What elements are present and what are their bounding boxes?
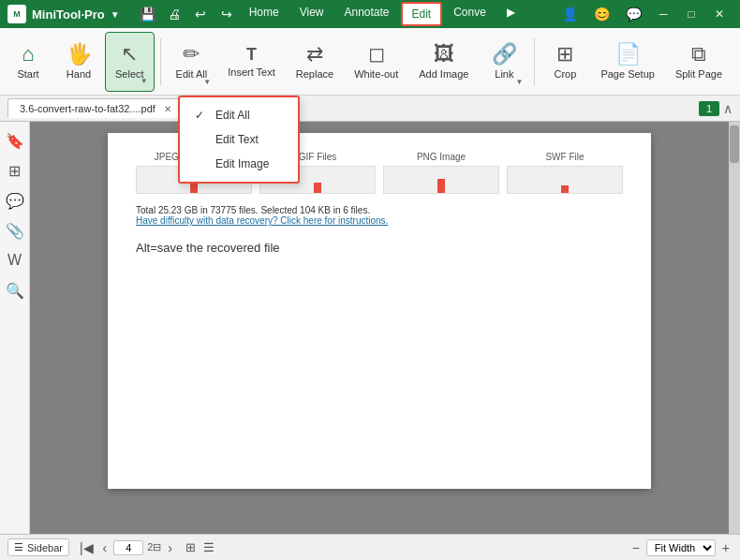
- app-name: MiniTool·Pro: [32, 7, 105, 22]
- select-dropdown-arrow: ▼: [141, 77, 148, 85]
- crop-btn[interactable]: ⊞ Crop: [540, 32, 589, 92]
- menu-annotate[interactable]: Annotate: [334, 2, 398, 26]
- sidebar-toggle-icon: ☰: [14, 541, 23, 553]
- white-out-icon: ◻: [368, 44, 385, 65]
- start-btn[interactable]: ⌂ Start: [4, 32, 52, 92]
- insert-text-icon: T: [246, 46, 257, 63]
- content-with-scroll: JPEG Graphics file GIF Files PNG Image S…: [30, 122, 740, 534]
- print-btn[interactable]: 🖨: [161, 1, 187, 27]
- pdf-body-text: Alt=save the recovered file: [136, 241, 623, 255]
- menu-home[interactable]: Home: [240, 2, 289, 26]
- dropdown-edit-all[interactable]: ✓ Edit All: [180, 103, 298, 127]
- zoom-controls: − Fit Width Fit Page 50% 75% 100% 150% 2…: [629, 539, 733, 556]
- sidebar-search-icon[interactable]: 🔍: [4, 279, 26, 302]
- link-btn[interactable]: 🔗 Link ▼: [480, 32, 528, 92]
- view-mode-btns: ⊞ ☰: [183, 539, 217, 555]
- sidebar-word-icon[interactable]: W: [4, 249, 26, 272]
- edit-all-check: ✓: [195, 109, 208, 122]
- prev-page-btn[interactable]: ‹: [100, 540, 111, 555]
- logo-text: M: [13, 9, 21, 19]
- page-setup-btn[interactable]: 📄 Page Setup: [591, 32, 664, 92]
- pdf-summary: Total 25.23 GB in 73775 files. Selected …: [136, 205, 623, 215]
- replace-label: Replace: [296, 68, 333, 80]
- tab-bar: 3.6-convert-raw-to-fat32....pdf ✕ 1 ∧: [0, 96, 740, 122]
- app-dropdown[interactable]: ▼: [111, 9, 120, 20]
- toolbar: ⌂ Start 🖐 Hand ↖ Select ▼ ✏ Edit All ▼ T…: [0, 28, 740, 96]
- window-controls: ─ □ ✕: [650, 1, 733, 27]
- page-setup-label: Page Setup: [600, 68, 655, 80]
- add-image-btn[interactable]: 🖼 Add Image: [409, 32, 478, 92]
- replace-btn[interactable]: ⇄ Replace: [287, 32, 343, 92]
- start-icon: ⌂: [22, 44, 34, 65]
- insert-text-btn[interactable]: T Insert Text: [218, 32, 285, 92]
- tab-scroll-up[interactable]: ∧: [723, 101, 733, 116]
- select-icon: ↖: [121, 44, 138, 65]
- zoom-select[interactable]: Fit Width Fit Page 50% 75% 100% 150% 200…: [646, 539, 716, 556]
- edit-dropdown-menu: ✓ Edit All Edit Text Edit Image: [178, 96, 300, 184]
- edit-all-icon: ✏: [183, 44, 200, 65]
- menu-convert[interactable]: Conve: [444, 2, 496, 26]
- page-input[interactable]: 4: [113, 540, 143, 555]
- sidebar-label: Sidebar: [27, 542, 63, 553]
- sidebar-bookmark-icon[interactable]: 🔖: [4, 129, 26, 152]
- next-page-btn[interactable]: ›: [165, 540, 175, 555]
- sidebar-thumbnail-icon[interactable]: ⊞: [4, 159, 26, 182]
- zoom-out-btn[interactable]: −: [629, 540, 643, 555]
- toolbar-sep-1: [160, 38, 161, 85]
- select-btn[interactable]: ↖ Select ▼: [105, 32, 155, 92]
- bar-png: [437, 179, 445, 193]
- split-page-btn[interactable]: ⧉ Split Page: [666, 32, 732, 92]
- sidebar-toggle-btn[interactable]: ☰ Sidebar: [7, 538, 69, 556]
- cell-swf: [507, 166, 623, 194]
- menu-view[interactable]: View: [290, 2, 333, 26]
- page-setup-icon: 📄: [615, 44, 641, 65]
- pdf-link[interactable]: Have difficulty with data recovery? Clic…: [136, 215, 623, 226]
- sidebar-attachment-icon[interactable]: 📎: [4, 219, 26, 242]
- grid-view-btn[interactable]: ⊞: [183, 539, 199, 555]
- dropdown-edit-image-label: Edit Image: [215, 157, 269, 170]
- link-label: Link: [495, 68, 513, 80]
- dropdown-edit-image[interactable]: Edit Image: [180, 152, 298, 176]
- pdf-page: JPEG Graphics file GIF Files PNG Image S…: [108, 133, 651, 489]
- close-btn[interactable]: ✕: [706, 1, 733, 27]
- list-view-btn[interactable]: ☰: [200, 539, 217, 555]
- share-icon[interactable]: 😊: [588, 1, 614, 27]
- dropdown-edit-text[interactable]: Edit Text: [180, 127, 298, 152]
- start-label: Start: [17, 68, 38, 80]
- white-out-btn[interactable]: ◻ White-out: [345, 32, 407, 92]
- menu-more[interactable]: ▶: [497, 2, 525, 26]
- save-btn[interactable]: 💾: [135, 1, 161, 27]
- minimize-btn[interactable]: ─: [650, 1, 676, 27]
- app-logo: M: [7, 5, 26, 23]
- link-dropdown-arrow: ▼: [515, 78, 523, 86]
- crop-icon: ⊞: [556, 44, 573, 65]
- col-swf: SWF File: [507, 152, 623, 162]
- link-icon: 🔗: [492, 44, 517, 65]
- hand-btn[interactable]: 🖐 Hand: [54, 32, 103, 92]
- first-page-btn[interactable]: |◀: [77, 540, 96, 555]
- help-icon[interactable]: 💬: [620, 1, 646, 27]
- scroll-bar[interactable]: [729, 122, 740, 534]
- zoom-in-btn[interactable]: +: [719, 540, 733, 555]
- undo-btn[interactable]: ↩: [187, 1, 214, 27]
- split-page-icon: ⧉: [691, 44, 706, 65]
- bar-gif: [314, 183, 321, 193]
- tab-pdf-file[interactable]: 3.6-convert-raw-to-fat32....pdf ✕: [7, 98, 184, 118]
- title-bar-right: 👤 😊 💬: [556, 1, 646, 27]
- status-nav: |◀ ‹ 4 2⊟ ›: [77, 540, 175, 555]
- bar-swf: [561, 185, 569, 193]
- user-account-icon[interactable]: 👤: [556, 1, 583, 27]
- hand-label: Hand: [67, 68, 91, 80]
- add-image-icon: 🖼: [434, 44, 454, 65]
- edit-all-btn[interactable]: ✏ Edit All ▼: [167, 32, 217, 92]
- redo-btn[interactable]: ↪: [214, 1, 240, 27]
- edit-all-label: Edit All: [176, 68, 208, 80]
- tab-close-btn[interactable]: ✕: [164, 104, 171, 114]
- menu-edit[interactable]: Edit: [401, 2, 443, 26]
- page-sep: 2⊟: [147, 541, 161, 553]
- sidebar-comment-icon[interactable]: 💬: [4, 189, 26, 212]
- dropdown-edit-text-label: Edit Text: [215, 133, 259, 146]
- tab-page-number: 1: [699, 101, 719, 116]
- maximize-btn[interactable]: □: [678, 1, 704, 27]
- scroll-thumb[interactable]: [730, 125, 739, 163]
